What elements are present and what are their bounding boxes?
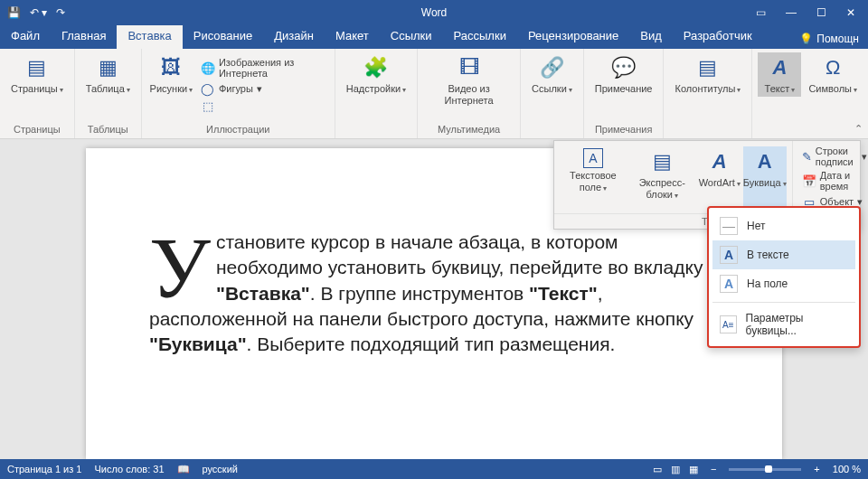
zoom-level[interactable]: 100 % [833, 464, 861, 474]
text-icon: A [766, 54, 793, 81]
tab-layout[interactable]: Макет [325, 25, 380, 49]
signature-icon: ✎ [802, 149, 812, 164]
header-icon: ▤ [694, 54, 722, 81]
drop-cap: У [149, 230, 216, 305]
shapes-icon: ◯ [201, 81, 215, 96]
table-button[interactable]: ▦ Таблица [80, 52, 136, 97]
dropcap-button[interactable]: A Буквица [743, 146, 787, 211]
pictures-button[interactable]: 🖼 Рисунки [147, 52, 195, 97]
close-icon[interactable]: ✕ [846, 6, 855, 19]
undo-icon[interactable]: ↶ ▾ [30, 6, 47, 19]
print-layout-icon[interactable]: ▥ [671, 464, 680, 475]
group-media-label: Мультимедиа [438, 124, 500, 136]
text-button[interactable]: A Текст [758, 52, 801, 97]
spellcheck-icon[interactable]: 📖 [177, 464, 190, 475]
read-mode-icon[interactable]: ▭ [653, 464, 662, 475]
online-video-button[interactable]: 🎞 Видео из Интернета [423, 52, 514, 108]
quick-parts-icon: ▤ [648, 148, 675, 175]
app-title: Word [421, 6, 447, 19]
maximize-icon[interactable]: ☐ [816, 6, 826, 19]
online-pictures-button[interactable]: 🌐Изображения из Интернета [197, 56, 329, 80]
dropcap-icon: A [751, 148, 778, 175]
status-bar: Страница 1 из 1 Число слов: 31 📖 русский… [0, 459, 868, 479]
collapse-ribbon-icon[interactable]: ⌃ [854, 123, 863, 135]
tab-insert[interactable]: Вставка [117, 25, 182, 49]
tab-file[interactable]: Файл [0, 25, 51, 49]
status-words[interactable]: Число слов: 31 [94, 464, 164, 474]
ribbon: ▤ Страницы Страницы ▦ Таблица Таблицы 🖼 … [0, 49, 868, 139]
tab-developer[interactable]: Разработчик [673, 25, 763, 49]
group-links-label [551, 124, 553, 136]
textbox-icon: A [583, 148, 603, 168]
status-language[interactable]: русский [203, 464, 238, 474]
tell-me[interactable]: 💡Помощн [790, 25, 868, 49]
group-illustrations-label: Иллюстрации [206, 124, 269, 136]
dropcap-none-icon: — [720, 217, 738, 235]
date-time-button[interactable]: 📅Дата и время [798, 169, 868, 193]
dropcap-options-icon: A≡ [720, 315, 737, 333]
document-area: У становите курсор в начале абзаца, в ко… [0, 139, 868, 459]
header-footer-button[interactable]: ▤ Колонтитулы [669, 52, 746, 97]
smartart-icon: ⬚ [201, 99, 215, 113]
shapes-button[interactable]: ◯Фигуры ▾ [197, 80, 329, 97]
group-headerfooter-label [706, 124, 709, 136]
symbols-button[interactable]: Ω Символы [803, 52, 863, 97]
zoom-slider[interactable] [729, 468, 801, 471]
group-comments-label: Примечания [595, 124, 653, 136]
tab-home[interactable]: Главная [51, 25, 117, 49]
dropcap-in-text[interactable]: A В тексте [712, 240, 855, 269]
comment-icon: 💬 [610, 54, 637, 81]
paragraph[interactable]: У становите курсор в начале абзаца, в ко… [149, 230, 728, 358]
tab-design[interactable]: Дизайн [263, 25, 325, 49]
title-bar: 💾 ↶ ▾ ↷ Word ▭ — ☐ ✕ [0, 0, 868, 25]
smartart-button[interactable]: ⬚ [197, 98, 329, 114]
link-icon: 🔗 [538, 54, 565, 81]
ribbon-tabs: Файл Главная Вставка Рисование Дизайн Ма… [0, 25, 868, 49]
tab-draw[interactable]: Рисование [183, 25, 263, 49]
ribbon-options-icon[interactable]: ▭ [756, 6, 766, 19]
dropcap-inmargin-icon: A [720, 275, 738, 293]
tab-mailings[interactable]: Рассылки [443, 25, 517, 49]
tab-review[interactable]: Рецензирование [517, 25, 629, 49]
tab-view[interactable]: Вид [629, 25, 673, 49]
pictures-icon: 🖼 [157, 54, 184, 81]
dropcap-in-margin[interactable]: A На поле [712, 269, 855, 298]
wordart-icon: A [706, 148, 733, 175]
dropcap-options[interactable]: A≡ Параметры буквицы... [712, 306, 855, 343]
textbox-button[interactable]: A Текстовое поле [560, 146, 627, 211]
web-layout-icon[interactable]: ▦ [689, 464, 698, 475]
signature-line-button[interactable]: ✎Строки подписи ▾ [798, 145, 868, 168]
quick-parts-button[interactable]: ▤ Экспресс-блоки [628, 146, 696, 211]
save-icon[interactable]: 💾 [7, 6, 21, 19]
date-icon: 📅 [802, 174, 816, 188]
addins-icon: 🧩 [363, 54, 390, 81]
video-icon: 🎞 [456, 54, 483, 81]
links-button[interactable]: 🔗 Ссылки [526, 52, 578, 97]
group-pages-label: Страницы [14, 124, 61, 136]
pages-button[interactable]: ▤ Страницы [5, 52, 69, 97]
minimize-icon[interactable]: — [786, 6, 797, 19]
dropcap-intext-icon: A [720, 246, 738, 264]
group-addins-label [374, 124, 377, 136]
tab-references[interactable]: Ссылки [380, 25, 443, 49]
table-icon: ▦ [94, 54, 121, 81]
redo-icon[interactable]: ↷ [56, 6, 65, 19]
comment-button[interactable]: 💬 Примечание [590, 52, 658, 97]
group-symbols-label [809, 124, 812, 136]
group-tables-label: Таблицы [88, 124, 128, 136]
page-icon: ▤ [24, 54, 51, 81]
wordart-button[interactable]: A WordArt [698, 146, 741, 211]
online-pictures-icon: 🌐 [201, 61, 215, 75]
dropcap-none[interactable]: — Нет [712, 211, 855, 240]
zoom-in-icon[interactable]: + [814, 464, 819, 474]
dropcap-menu: — Нет A В тексте A На поле A≡ Параметры … [707, 206, 861, 348]
addins-button[interactable]: 🧩 Надстройки [341, 52, 411, 97]
bulb-icon: 💡 [799, 33, 813, 45]
omega-icon: Ω [819, 54, 846, 81]
status-page[interactable]: Страница 1 из 1 [7, 464, 81, 474]
zoom-out-icon[interactable]: − [711, 464, 716, 474]
